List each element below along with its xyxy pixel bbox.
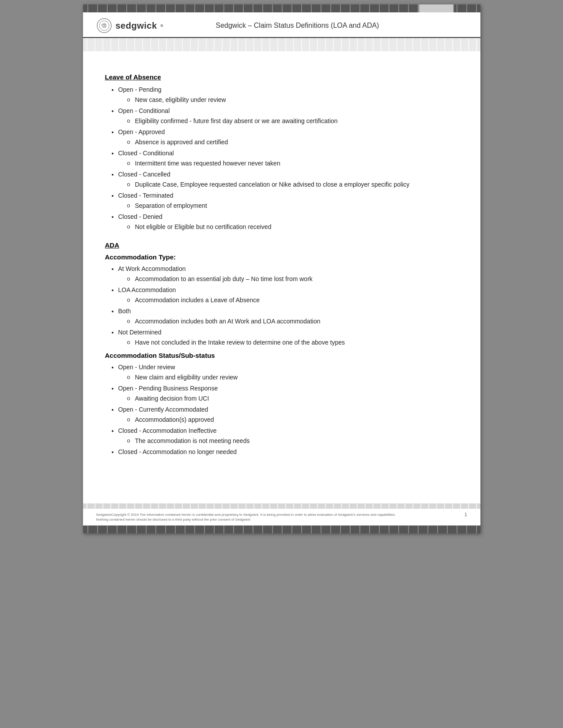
header-decorative-pattern	[83, 38, 480, 51]
list-item: Accommodation(s) approved	[127, 415, 458, 424]
accommodation-status-list: Open - Under review New claim and eligib…	[118, 363, 458, 457]
sedgwick-logo-icon: S	[96, 18, 112, 34]
bottom-decorative-bar	[83, 525, 480, 533]
list-item: Accommodation includes both an At Work a…	[127, 317, 458, 326]
loa-section: Leave of Absence Open - Pending New case…	[105, 73, 458, 232]
list-item: Closed - Accommodation no longer needed	[118, 447, 458, 457]
logo-area: S sedgwick®	[96, 18, 163, 34]
loa-sub-list: New case, eligibility under review	[127, 95, 458, 105]
loa-sub-list: Eligibility confirmed - future first day…	[127, 116, 458, 126]
list-item: Absence is approved and certified	[127, 138, 458, 147]
loa-items-list: Open - Pending New case, eligibility und…	[118, 85, 458, 232]
list-item: Awaiting decision from UCI	[127, 394, 458, 403]
loa-sub-list: Duplicate Case, Employee requested cance…	[127, 180, 458, 189]
footer-page-number: 1	[465, 512, 467, 517]
list-item: Accommodation to an essential job duty –…	[127, 274, 458, 284]
list-item: Open - Currently Accommodated Accommodat…	[118, 405, 458, 424]
list-item: LOA Accommodation Accommodation includes…	[118, 285, 458, 305]
loa-item-label: Closed - Terminated	[118, 192, 174, 199]
footer-decorative-pattern	[83, 503, 480, 509]
main-content: Leave of Absence Open - Pending New case…	[83, 51, 480, 486]
list-item: Duplicate Case, Employee requested cance…	[127, 180, 458, 189]
list-item: New claim and eligibility under review	[127, 373, 458, 382]
logo-text: sedgwick	[116, 21, 157, 31]
loa-item-label: Open - Approved	[118, 128, 165, 135]
list-item: At Work Accommodation Accommodation to a…	[118, 264, 458, 284]
loa-sub-list: Not eligible or Eligible but no certific…	[127, 222, 458, 232]
list-item: Closed - Conditional Intermittent time w…	[118, 149, 458, 168]
accommodation-type-list: At Work Accommodation Accommodation to a…	[118, 264, 458, 347]
loa-sub-list: Intermittent time was requested however …	[127, 159, 458, 168]
list-item: Open - Pending Business Response Awaitin…	[118, 384, 458, 403]
list-item: Not Determined Have not concluded in the…	[118, 328, 458, 347]
list-item: Not eligible or Eligible but no certific…	[127, 222, 458, 232]
loa-item-label: Open - Conditional	[118, 107, 170, 114]
header: S sedgwick® Sedgwick – Claim Status Defi…	[83, 12, 480, 38]
list-item: Closed - Terminated Separation of employ…	[118, 191, 458, 210]
loa-item-label: Closed - Denied	[118, 213, 162, 220]
loa-sub-list: Absence is approved and certified	[127, 138, 458, 147]
ada-section: ADA Accommodation Type: At Work Accommod…	[105, 241, 458, 457]
list-item: Open - Pending New case, eligibility und…	[118, 85, 458, 105]
header-title: Sedgwick – Claim Status Definitions (LOA…	[163, 22, 431, 30]
list-item: Open - Conditional Eligibility confirmed…	[118, 106, 458, 126]
list-item: The accommodation is not meeting needs	[127, 436, 458, 446]
footer-copyright: SedgwickCopyright © 2019 The information…	[96, 512, 405, 522]
svg-text:S: S	[103, 24, 105, 27]
accommodation-type-heading: Accommodation Type:	[105, 253, 458, 261]
list-item: Intermittent time was requested however …	[127, 159, 458, 168]
list-item: Closed - Cancelled Duplicate Case, Emplo…	[118, 170, 458, 189]
list-item: Closed - Denied Not eligible or Eligible…	[118, 212, 458, 232]
loa-item-label: Closed - Conditional	[118, 150, 174, 157]
top-bar-accent	[419, 4, 454, 12]
list-item: Have not concluded in the Intake review …	[127, 338, 458, 347]
accommodation-status-heading: Accommodation Status/Sub-status	[105, 352, 458, 359]
loa-sub-list: Separation of employment	[127, 201, 458, 210]
ada-section-heading: ADA	[105, 241, 458, 249]
loa-section-heading: Leave of Absence	[105, 73, 458, 81]
loa-item-label: Closed - Cancelled	[118, 171, 170, 178]
list-item: Open - Under review New claim and eligib…	[118, 363, 458, 382]
top-decorative-bar	[83, 4, 480, 12]
list-item: Both Accommodation includes both an At W…	[118, 307, 458, 326]
list-item: Accommodation includes a Leave of Absenc…	[127, 296, 458, 305]
list-item: Open - Approved Absence is approved and …	[118, 128, 458, 147]
loa-item-label: Open - Pending	[118, 86, 162, 93]
list-item: New case, eligibility under review	[127, 95, 458, 105]
list-item: Closed - Accommodation Ineffective The a…	[118, 426, 458, 446]
list-item: Separation of employment	[127, 201, 458, 210]
footer: SedgwickCopyright © 2019 The information…	[83, 509, 480, 525]
list-item: Eligibility confirmed - future first day…	[127, 116, 458, 126]
